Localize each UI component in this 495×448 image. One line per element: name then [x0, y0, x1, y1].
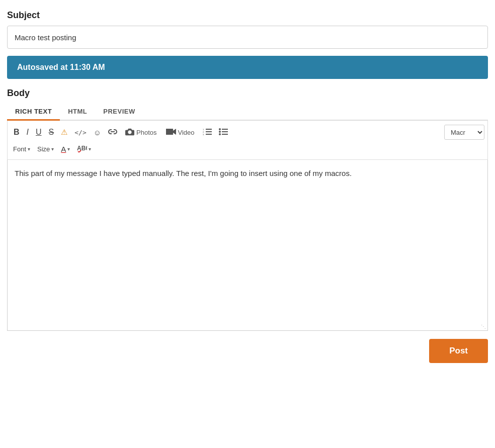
warning-button[interactable]: ⚠ [58, 126, 70, 139]
svg-point-10 [219, 131, 221, 133]
font-label: Font [13, 145, 26, 153]
camera-icon [125, 128, 134, 137]
size-button[interactable]: Size ▾ [35, 144, 56, 154]
code-button[interactable]: </> [71, 127, 89, 138]
body-section: Body RICH TEXT HTML PREVIEW B I U S ⚠ </… [7, 88, 488, 331]
ordered-list-button[interactable]: 1. 2. 3. [200, 126, 215, 139]
photos-button[interactable]: Photos [121, 126, 160, 139]
autosave-bar: Autosaved at 11:30 AM [7, 56, 488, 79]
link-button[interactable] [105, 126, 120, 139]
svg-rect-7 [222, 131, 228, 132]
macro-select[interactable]: Macr [444, 125, 484, 140]
font-dropdown-arrow: ▾ [28, 146, 30, 152]
spell-dropdown-arrow: ▾ [89, 146, 91, 152]
svg-text:ABC: ABC [77, 145, 87, 152]
color-icon: A [61, 145, 66, 153]
svg-rect-0 [206, 129, 212, 130]
video-button[interactable]: Video [162, 126, 199, 139]
strikethrough-button[interactable]: S [46, 126, 57, 139]
emoji-icon: ☺ [94, 128, 101, 137]
video-label: Video [178, 129, 195, 136]
unordered-list-button[interactable] [216, 126, 231, 139]
post-row: Post [7, 339, 488, 363]
svg-rect-1 [206, 131, 212, 132]
warning-icon: ⚠ [61, 128, 67, 137]
spell-check-button[interactable]: ABC ▾ [74, 143, 94, 155]
tabs-row: RICH TEXT HTML PREVIEW [7, 104, 488, 121]
body-label: Body [7, 88, 488, 99]
svg-text:3.: 3. [203, 133, 204, 135]
editor-content: This part of my message I have typed man… [15, 169, 352, 177]
photos-label: Photos [136, 129, 156, 136]
svg-rect-6 [222, 129, 228, 130]
color-button[interactable]: A ▾ [58, 143, 72, 155]
subject-label: Subject [7, 10, 488, 21]
svg-point-11 [219, 133, 221, 135]
resize-handle[interactable]: ⋱ [481, 324, 487, 330]
svg-rect-2 [206, 134, 212, 135]
svg-point-9 [219, 128, 221, 130]
tab-preview[interactable]: PREVIEW [95, 104, 143, 121]
unordered-list-icon [219, 128, 228, 137]
spell-check-icon: ABC [77, 144, 87, 154]
body-editor[interactable]: This part of my message I have typed man… [7, 160, 488, 331]
code-icon: </> [74, 129, 86, 136]
font-button[interactable]: Font ▾ [11, 144, 33, 154]
toolbar: B I U S ⚠ </> ☺ [7, 121, 488, 160]
subject-input[interactable] [7, 26, 488, 49]
editor-wrapper: This part of my message I have typed man… [7, 160, 488, 331]
italic-button[interactable]: I [24, 126, 32, 139]
size-label: Size [37, 145, 50, 153]
size-dropdown-arrow: ▾ [51, 146, 54, 152]
emoji-button[interactable]: ☺ [91, 126, 104, 139]
bold-button[interactable]: B [11, 126, 23, 139]
video-icon [166, 128, 176, 137]
post-button[interactable]: Post [429, 339, 488, 363]
tab-rich-text[interactable]: RICH TEXT [7, 104, 60, 121]
svg-rect-8 [222, 134, 228, 135]
ordered-list-icon: 1. 2. 3. [203, 128, 212, 137]
tab-html[interactable]: HTML [60, 104, 95, 121]
color-dropdown-arrow: ▾ [67, 146, 70, 152]
link-icon [108, 128, 117, 137]
underline-button[interactable]: U [33, 126, 45, 139]
